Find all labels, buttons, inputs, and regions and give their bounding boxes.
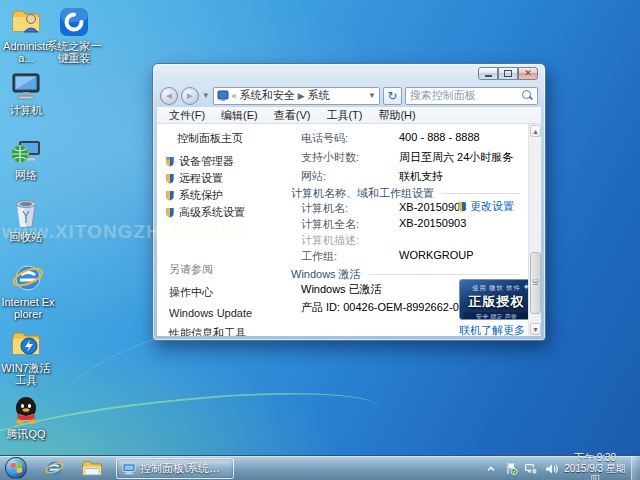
- menu-tools[interactable]: 工具(T): [318, 108, 370, 123]
- sidebar-item-label: 远程设置: [179, 171, 223, 186]
- taskbar-clock[interactable]: 下午 9:30 2015/9/3 星期四: [564, 452, 626, 480]
- windows-logo-icon: [10, 462, 23, 475]
- learn-more-online-link[interactable]: 联机了解更多内容...: [459, 323, 528, 336]
- sidebar-advanced-system-settings[interactable]: 高级系统设置: [165, 205, 245, 220]
- scroll-down-arrow[interactable]: ▼: [530, 323, 541, 335]
- row-value: XB-20150903: [399, 217, 466, 231]
- volume-icon[interactable]: [544, 462, 558, 476]
- menu-help[interactable]: 帮助(H): [370, 108, 423, 123]
- action-center-flag-icon[interactable]: [504, 462, 518, 476]
- row-label: 计算机名:: [301, 201, 399, 215]
- clock-date: 2015/9/3 星期四: [564, 463, 626, 480]
- desktop-icon-computer[interactable]: 计算机: [0, 70, 54, 116]
- computer-icon: [10, 70, 42, 102]
- sidebar: 控制面板主页 设备管理器 远程设置 系统保护 高级系统设置: [157, 124, 275, 336]
- show-hidden-icons-button[interactable]: [484, 462, 498, 476]
- forward-button[interactable]: ►: [181, 87, 199, 105]
- breadcrumb-arrow-icon[interactable]: ▶: [298, 91, 305, 101]
- clock-time: 下午 9:30: [564, 452, 626, 463]
- system-window: ✕ ◄ ► ▼ « 系统和安全 ▶ 系统 ▼ ↻ 搜索控制面板 文件(F) 编辑…: [152, 63, 546, 341]
- menu-file[interactable]: 文件(F): [161, 108, 213, 123]
- scrollbar-thumb[interactable]: [530, 252, 541, 314]
- support-row-phone: 电话号码: 400 - 888 - 8888: [301, 131, 524, 145]
- online-support-link[interactable]: 联机支持: [399, 169, 443, 183]
- sidebar-item-label: 设备管理器: [179, 154, 234, 169]
- see-also-section: 另请参阅 操作中心 Windows Update 性能信息和工具: [165, 262, 273, 336]
- row-label: 网站:: [301, 169, 399, 183]
- desktop-icon-label: Internet Explorer: [0, 296, 56, 320]
- change-settings-link[interactable]: 更改设置: [457, 199, 514, 214]
- network-status-icon[interactable]: [524, 462, 538, 476]
- desktop-icon-network[interactable]: 网络: [0, 135, 54, 181]
- navigation-bar: ◄ ► ▼ « 系统和安全 ▶ 系统 ▼ ↻ 搜索控制面板: [160, 86, 538, 105]
- desktop-icon-label: 网络: [15, 169, 37, 181]
- maximize-button[interactable]: [498, 67, 518, 80]
- row-label: 支持小时数:: [301, 150, 399, 164]
- sidebar-system-protection[interactable]: 系统保护: [165, 188, 223, 203]
- desktop-icon-win7-activation-tool[interactable]: WIN7激活工具: [0, 328, 54, 386]
- row-value: 周日至周六 24小时服务: [399, 150, 513, 164]
- badge-main-text: 正版授权: [460, 293, 533, 311]
- desktop-icon-label: WIN7激活工具: [0, 362, 54, 386]
- refresh-button[interactable]: ↻: [383, 87, 402, 105]
- desktop-icon-label: 系统之家一键重装: [44, 40, 104, 64]
- sidebar-remote-settings[interactable]: 远程设置: [165, 171, 223, 186]
- menu-edit[interactable]: 编辑(E): [213, 108, 266, 123]
- genuine-authorization-badge[interactable]: ✦ 使用 微软 软件 正版授权 安全 稳定 声誉: [459, 279, 534, 320]
- desktop-icon-internet-explorer[interactable]: Internet Explorer: [0, 262, 56, 320]
- sidebar-performance-tools[interactable]: 性能信息和工具: [169, 326, 273, 336]
- onekey-reinstall-icon: [58, 6, 90, 38]
- address-dropdown-chevron-icon[interactable]: ▼: [368, 91, 376, 100]
- sidebar-device-manager[interactable]: 设备管理器: [165, 154, 234, 169]
- search-box[interactable]: 搜索控制面板: [405, 87, 538, 105]
- system-tray: 下午 9:30 2015/9/3 星期四: [484, 456, 626, 480]
- show-desktop-button[interactable]: [631, 456, 640, 480]
- desktop-icon-recycle-bin[interactable]: 回收站: [0, 197, 54, 243]
- breadcrumb-overflow-chevron[interactable]: «: [232, 91, 237, 101]
- sidebar-control-panel-home[interactable]: 控制面板主页: [177, 131, 243, 146]
- menu-view[interactable]: 查看(V): [266, 108, 319, 123]
- search-icon: [522, 90, 533, 101]
- desktop-icon-label: 计算机: [10, 104, 43, 116]
- scroll-up-arrow[interactable]: ▲: [530, 125, 541, 137]
- ie-icon: [12, 262, 44, 294]
- sidebar-item-label: 系统保护: [179, 188, 223, 203]
- network-icon: [10, 135, 42, 167]
- sidebar-windows-update[interactable]: Windows Update: [169, 307, 273, 319]
- taskbar-explorer-icon[interactable]: [80, 458, 104, 479]
- breadcrumb-parent[interactable]: 系统和安全: [240, 88, 295, 103]
- see-also-header: 另请参阅: [169, 262, 273, 277]
- taskbar-task-button-control-panel[interactable]: 控制面板\系统和...: [116, 458, 234, 479]
- uac-shield-icon: [457, 201, 467, 212]
- back-button[interactable]: ◄: [160, 87, 178, 105]
- row-label: 工作组:: [301, 249, 399, 263]
- breadcrumb-current[interactable]: 系统: [308, 88, 330, 103]
- uac-shield-icon: [165, 173, 175, 184]
- vertical-scrollbar[interactable]: ▲ ▼: [528, 124, 541, 336]
- desktop: Administra... 系统之家一键重装 计算机 网络 回收站 Intern…: [0, 0, 640, 480]
- close-button[interactable]: ✕: [518, 67, 538, 80]
- desktop-icon-onekey-reinstall[interactable]: 系统之家一键重装: [44, 6, 104, 64]
- support-row-website: 网站: 联机支持: [301, 169, 524, 183]
- uac-shield-icon: [165, 190, 175, 201]
- row-value: 400 - 888 - 8888: [399, 131, 480, 145]
- uac-shield-icon: [165, 207, 175, 218]
- clipped-scrolled-row: ___ _______ ____________: [281, 124, 522, 127]
- row-value: WORKGROUP: [399, 249, 474, 263]
- system-breadcrumb-icon: [217, 90, 229, 102]
- caption-buttons: ✕: [478, 67, 538, 80]
- row-label: 计算机描述:: [301, 233, 399, 247]
- minimize-button[interactable]: [478, 67, 498, 80]
- recent-pages-chevron-icon[interactable]: ▼: [202, 91, 210, 100]
- sidebar-action-center[interactable]: 操作中心: [169, 285, 273, 300]
- desktop-icon-tencent-qq[interactable]: 腾讯QQ: [0, 394, 54, 440]
- task-button-label: 控制面板\系统和...: [140, 461, 228, 476]
- search-placeholder: 搜索控制面板: [410, 88, 522, 103]
- start-button[interactable]: [5, 457, 27, 479]
- user-folder-icon: [10, 6, 42, 38]
- activation-folder-icon: [10, 328, 42, 360]
- address-bar[interactable]: « 系统和安全 ▶ 系统 ▼: [213, 87, 380, 105]
- taskbar-ie-icon[interactable]: [42, 458, 66, 479]
- badge-bottom-text: 安全 稳定 声誉: [464, 313, 530, 321]
- change-settings-label: 更改设置: [470, 199, 514, 214]
